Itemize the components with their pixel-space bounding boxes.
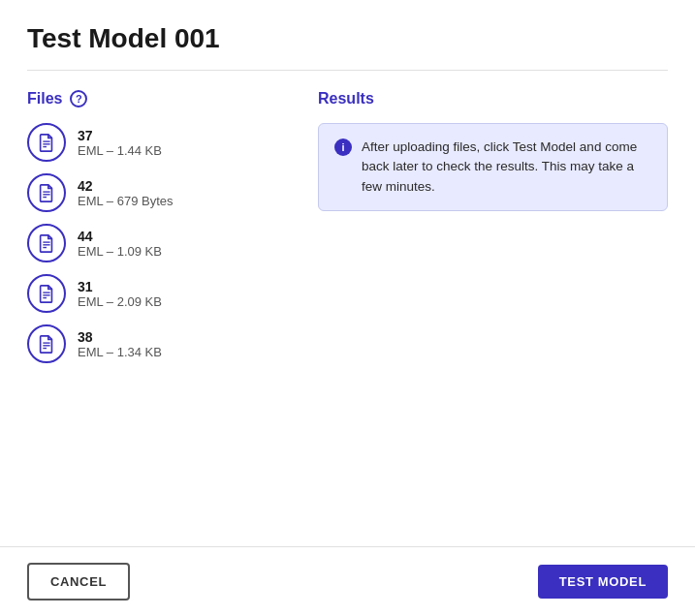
results-column: Results i After uploading files, click T… xyxy=(318,90,668,363)
file-name: 31 xyxy=(78,279,162,294)
file-info: 37 EML – 1.44 KB xyxy=(78,128,162,158)
list-item: 37 EML – 1.44 KB xyxy=(27,123,279,162)
list-item: 44 EML – 1.09 KB xyxy=(27,224,279,262)
file-name: 38 xyxy=(78,329,162,345)
file-info: 31 EML – 2.09 KB xyxy=(78,279,162,309)
list-item: 31 EML – 2.09 KB xyxy=(27,274,279,313)
info-box: i After uploading files, click Test Mode… xyxy=(318,123,668,211)
file-name: 37 xyxy=(78,128,162,143)
file-icon xyxy=(37,183,56,202)
file-icon xyxy=(37,133,56,152)
file-info: 42 EML – 679 Bytes xyxy=(78,178,174,208)
page-title: Test Model 001 xyxy=(27,23,668,54)
files-heading-label: Files xyxy=(27,90,62,108)
file-icon-circle xyxy=(27,224,66,262)
file-list: 37 EML – 1.44 KB xyxy=(27,123,279,363)
file-name: 44 xyxy=(78,229,162,244)
info-text: After uploading files, click Test Model … xyxy=(362,138,651,197)
info-icon: i xyxy=(334,139,352,156)
file-meta: EML – 1.44 KB xyxy=(78,143,162,158)
list-item: 38 EML – 1.34 KB xyxy=(27,324,279,363)
file-icon-circle xyxy=(27,173,66,212)
files-help-icon[interactable]: ? xyxy=(70,90,87,108)
file-icon-circle xyxy=(27,274,66,313)
file-icon xyxy=(37,233,56,253)
divider xyxy=(27,70,668,71)
file-icon-circle xyxy=(27,123,66,162)
footer: CANCEL TEST MODEL xyxy=(0,546,695,616)
main-content: Test Model 001 Files ? xyxy=(0,0,695,546)
file-icon xyxy=(37,334,56,354)
files-column: Files ? 37 xyxy=(27,90,279,363)
file-info: 38 EML – 1.34 KB xyxy=(78,329,162,359)
results-section-heading: Results xyxy=(318,90,668,108)
file-name: 42 xyxy=(78,178,174,194)
test-model-button[interactable]: TEST MODEL xyxy=(538,565,668,599)
results-heading-label: Results xyxy=(318,90,374,108)
file-meta: EML – 679 Bytes xyxy=(78,194,174,208)
cancel-button[interactable]: CANCEL xyxy=(27,563,130,601)
two-column-layout: Files ? 37 xyxy=(27,90,668,363)
file-meta: EML – 1.34 KB xyxy=(78,345,162,359)
file-meta: EML – 2.09 KB xyxy=(78,294,162,309)
file-icon-circle xyxy=(27,324,66,363)
list-item: 42 EML – 679 Bytes xyxy=(27,173,279,212)
file-info: 44 EML – 1.09 KB xyxy=(78,229,162,259)
file-icon xyxy=(37,284,56,303)
file-meta: EML – 1.09 KB xyxy=(78,244,162,259)
files-section-heading: Files ? xyxy=(27,90,279,108)
